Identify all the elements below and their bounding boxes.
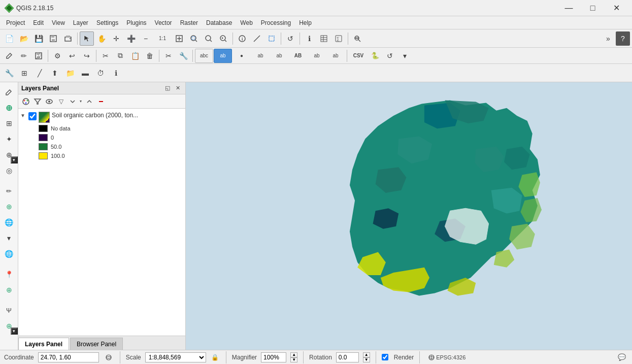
- magnifier-up[interactable]: ▲: [290, 352, 297, 357]
- refresh-button[interactable]: ↺: [283, 31, 297, 46]
- undo-button[interactable]: ↩: [65, 49, 79, 63]
- digitize-tool[interactable]: [2, 84, 17, 100]
- new-project-button[interactable]: 📄: [2, 31, 16, 46]
- magnifier-down[interactable]: ▼: [290, 357, 297, 362]
- plugin-tool-5[interactable]: 📁: [63, 66, 77, 80]
- plugin-tool-3[interactable]: ╱: [32, 66, 47, 80]
- redo-button[interactable]: ↪: [80, 49, 94, 63]
- copy-features-button[interactable]: ⧉: [113, 49, 127, 63]
- run-script-button[interactable]: ↺: [383, 49, 397, 63]
- pan-map-button[interactable]: ✋: [94, 31, 109, 46]
- messages-button[interactable]: 💬: [616, 350, 628, 365]
- pencil-tool[interactable]: ✏: [2, 183, 17, 198]
- globe-dropdown[interactable]: ▾: [2, 230, 17, 246]
- plugin-tool-8[interactable]: ℹ: [109, 66, 123, 80]
- layer-item[interactable]: ▼ Soil organic carbon (2000, ton...: [18, 111, 185, 124]
- vertex-dropdown[interactable]: ▾: [11, 327, 18, 335]
- paste-features-button[interactable]: 📋: [128, 49, 142, 63]
- identify-button[interactable]: i: [235, 31, 249, 46]
- label-btn6[interactable]: AB: [289, 49, 307, 63]
- layer-filter-button[interactable]: [32, 96, 43, 107]
- save-edits-button[interactable]: [31, 49, 46, 63]
- plugin-tool-4[interactable]: ⬆: [48, 66, 62, 80]
- close-button[interactable]: ✕: [605, 0, 628, 16]
- layer-open-button[interactable]: [20, 96, 31, 107]
- snap-tool[interactable]: ✦: [2, 131, 17, 147]
- menu-edit[interactable]: Edit: [29, 18, 48, 27]
- vertex-tool[interactable]: Ψ: [2, 303, 17, 318]
- help-button[interactable]: ?: [616, 31, 630, 46]
- label-btn2[interactable]: ab: [214, 49, 232, 63]
- menu-help[interactable]: Help: [295, 18, 316, 27]
- field-calc-button[interactable]: ∑: [331, 31, 346, 46]
- add-geom-tool[interactable]: ⊕: [2, 199, 17, 214]
- more-toolbar-button[interactable]: »: [601, 31, 615, 46]
- csv-button[interactable]: CSV: [349, 49, 368, 63]
- rotation-down[interactable]: ▼: [363, 357, 370, 362]
- label-btn5[interactable]: ab: [270, 49, 288, 63]
- label-btn1[interactable]: abc: [195, 49, 213, 63]
- tab-browser-panel[interactable]: Browser Panel: [70, 338, 123, 350]
- panel-restore-button[interactable]: ◱: [163, 84, 172, 93]
- zoom-in-button[interactable]: ➕: [124, 31, 138, 46]
- select-rect-button[interactable]: [264, 31, 279, 46]
- info-button[interactable]: ℹ: [302, 31, 316, 46]
- quick-zoom-button[interactable]: [350, 31, 364, 46]
- scale-select[interactable]: 1:8,848,569: [145, 352, 206, 362]
- digitize-cfg-button[interactable]: ⚙: [50, 49, 64, 63]
- menu-settings[interactable]: Settings: [92, 18, 122, 27]
- menu-database[interactable]: Database: [202, 18, 236, 27]
- epsg-button[interactable]: EPSG:4326: [425, 350, 468, 365]
- select-tool-button[interactable]: [80, 31, 94, 46]
- plugin-tool-1[interactable]: 🔧: [2, 66, 16, 80]
- minimize-button[interactable]: —: [557, 0, 580, 16]
- plugin-tool-7[interactable]: ⏱: [93, 66, 108, 80]
- plugin-tool-6[interactable]: ▬: [78, 66, 92, 80]
- print-button[interactable]: [61, 31, 75, 46]
- node-tool-button[interactable]: 🔧: [176, 49, 190, 63]
- render-checkbox[interactable]: [382, 354, 388, 360]
- coordinate-input[interactable]: [38, 352, 99, 362]
- rotation-up[interactable]: ▲: [363, 352, 370, 357]
- dropdown-button[interactable]: ▾: [397, 49, 412, 63]
- layer-visible-button[interactable]: [44, 96, 55, 107]
- maximize-button[interactable]: □: [581, 0, 604, 16]
- open-project-button[interactable]: 📂: [17, 31, 31, 46]
- simplify-feature-button[interactable]: ✂: [161, 49, 176, 63]
- remove-layer-button[interactable]: [95, 96, 107, 107]
- label-btn3[interactable]: ●: [232, 49, 251, 63]
- fill-ring-tool[interactable]: ◎: [2, 163, 17, 178]
- current-edits-button[interactable]: [2, 49, 16, 63]
- filter-layer-button[interactable]: ▽: [55, 96, 66, 107]
- magnifier-input[interactable]: [261, 352, 286, 362]
- zoom-full-button[interactable]: [172, 31, 186, 46]
- zoom-layer-button[interactable]: [202, 31, 216, 46]
- zoom-prev-button[interactable]: [216, 31, 230, 46]
- python-button[interactable]: 🐍: [368, 49, 382, 63]
- menu-layer[interactable]: Layer: [69, 18, 92, 27]
- menu-vector[interactable]: Vector: [151, 18, 176, 27]
- label-btn8[interactable]: ab: [326, 49, 345, 63]
- label-btn7[interactable]: ab: [308, 49, 326, 63]
- expand-tree-button[interactable]: [67, 96, 78, 107]
- globe2-tool[interactable]: 🌐: [2, 246, 17, 261]
- add-feature-tool[interactable]: ⊕: [2, 100, 17, 115]
- measure-button[interactable]: [250, 31, 264, 46]
- attr-table-button[interactable]: [317, 31, 331, 46]
- panel-close-button[interactable]: ✕: [173, 84, 182, 93]
- menu-plugins[interactable]: Plugins: [122, 18, 150, 27]
- expand-dropdown[interactable]: ▾: [78, 96, 83, 107]
- menu-project[interactable]: Project: [2, 18, 29, 27]
- rotation-input[interactable]: [336, 352, 359, 362]
- map-canvas[interactable]: [186, 82, 632, 350]
- toggle-crs-button[interactable]: [103, 352, 114, 362]
- globe-tool[interactable]: 🌐: [2, 215, 17, 230]
- edit-layer-button[interactable]: ✏: [17, 49, 31, 63]
- cut-features-button[interactable]: ✂: [98, 49, 113, 63]
- zoom-out-button[interactable]: −: [139, 31, 153, 46]
- menu-view[interactable]: View: [48, 18, 69, 27]
- delete-features-button[interactable]: 🗑: [143, 49, 157, 63]
- layer-expand-arrow[interactable]: ▼: [20, 112, 28, 118]
- lock-scale-button[interactable]: 🔒: [210, 352, 220, 362]
- label-btn4[interactable]: ab: [251, 49, 270, 63]
